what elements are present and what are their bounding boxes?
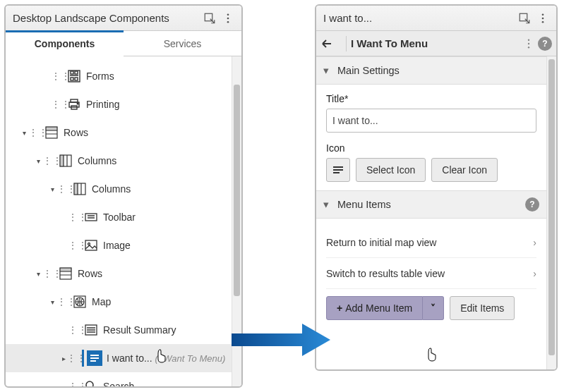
- add-menu-item-dropdown[interactable]: ˅: [423, 296, 444, 320]
- toolbar-icon: [83, 209, 99, 225]
- components-panel: Desktop Landscape Components Components …: [4, 4, 243, 388]
- tree-item-toolbar[interactable]: ⋮⋮ Toolbar: [6, 203, 232, 231]
- svg-rect-8: [75, 78, 78, 80]
- kebab-menu-icon[interactable]: [520, 35, 538, 53]
- tree-item-search[interactable]: ⋮⋮ Search: [6, 372, 232, 386]
- menu-lines-icon: [87, 350, 102, 366]
- chevron-down-icon: ▾: [323, 199, 337, 210]
- tab-services[interactable]: Services: [124, 31, 241, 56]
- printer-icon: [66, 97, 82, 112]
- svg-point-33: [528, 42, 529, 44]
- scrollbar[interactable]: [546, 56, 556, 369]
- svg-point-2: [227, 17, 229, 19]
- scrollbar[interactable]: [232, 56, 241, 386]
- svg-point-27: [86, 381, 93, 386]
- tree-item-columns-1[interactable]: ▾ ⋮⋮ Columns: [6, 147, 232, 175]
- select-icon-button[interactable]: Select Icon: [356, 158, 426, 182]
- scrollbar-thumb[interactable]: [234, 85, 240, 296]
- columns-icon: [72, 181, 88, 197]
- tree-item-map[interactable]: ▾ ⋮⋮ Map: [6, 288, 232, 316]
- tree-item-result-summary[interactable]: ⋮⋮ Result Summary: [6, 316, 232, 344]
- properties-content: ▾ Main Settings Title* Icon Select Icon …: [316, 56, 546, 369]
- chevron-down-icon: ▾: [323, 65, 337, 76]
- select-mode-icon[interactable]: [200, 9, 219, 27]
- section-menu-items[interactable]: ▾ Menu Items ?: [316, 190, 546, 219]
- svg-point-1: [227, 13, 229, 16]
- svg-point-3: [227, 20, 229, 23]
- clear-icon-button[interactable]: Clear Icon: [431, 158, 498, 182]
- select-mode-icon[interactable]: [515, 9, 534, 27]
- page-title: I Want To Menu: [351, 37, 520, 49]
- tree-item-forms[interactable]: ⋮⋮ Forms: [6, 62, 232, 90]
- tree-item-image[interactable]: ⋮⋮ Image: [6, 231, 232, 259]
- chevron-right-icon: ›: [533, 237, 536, 248]
- breadcrumb: I want to...: [323, 12, 515, 24]
- kebab-menu-icon[interactable]: [219, 9, 237, 27]
- rows-icon: [58, 266, 73, 281]
- plus-icon: +: [337, 302, 342, 314]
- svg-rect-5: [71, 71, 73, 74]
- svg-rect-18: [74, 183, 78, 195]
- component-tree: ⋮⋮ Forms ⋮⋮ Printing ▾ ⋮⋮ Rows ▾ ⋮⋮: [6, 56, 232, 386]
- menu-item-row[interactable]: Switch to results table view ›: [326, 258, 536, 289]
- list-icon: [83, 322, 99, 338]
- kebab-menu-icon[interactable]: [534, 9, 552, 27]
- tree-item-rows-1[interactable]: ▾ ⋮⋮ Rows: [6, 118, 232, 147]
- svg-rect-6: [75, 71, 78, 74]
- svg-rect-20: [85, 240, 97, 250]
- panel-titlebar: Desktop Landscape Components: [6, 6, 241, 31]
- properties-panel: I want to... I Want To Menu ? ▾ Main Set…: [315, 4, 558, 371]
- icon-label: Icon: [326, 142, 536, 154]
- columns-icon: [58, 153, 73, 169]
- svg-point-30: [542, 17, 544, 19]
- svg-rect-16: [60, 155, 64, 166]
- svg-point-31: [542, 20, 544, 23]
- globe-icon: [72, 294, 88, 310]
- svg-point-12: [77, 103, 78, 104]
- svg-rect-7: [71, 78, 73, 80]
- tree-item-rows-2[interactable]: ▾ ⋮⋮ Rows: [6, 259, 232, 288]
- back-button[interactable]: [320, 37, 342, 50]
- form-icon: [66, 68, 82, 84]
- current-icon-preview: [326, 158, 350, 182]
- svg-point-21: [88, 243, 90, 245]
- tab-components[interactable]: Components: [6, 31, 124, 56]
- help-icon[interactable]: ?: [538, 37, 552, 51]
- edit-items-button[interactable]: Edit Items: [450, 296, 515, 320]
- search-icon: [83, 379, 99, 386]
- section-main-settings[interactable]: ▾ Main Settings: [316, 56, 546, 85]
- image-icon: [83, 238, 99, 253]
- tabs: Components Services: [6, 31, 241, 56]
- rows-icon: [44, 125, 59, 140]
- svg-rect-23: [60, 268, 71, 271]
- tree-item-i-want-to[interactable]: ▸ ⋮⋮ I want to... (I Want To Menu): [6, 344, 232, 372]
- add-menu-item-button[interactable]: + Add Menu Item: [326, 296, 423, 320]
- svg-rect-19: [85, 214, 97, 221]
- add-menu-item-split-button: + Add Menu Item ˅: [326, 296, 444, 320]
- help-icon[interactable]: ?: [525, 197, 539, 212]
- tree-item-columns-2[interactable]: ▾ ⋮⋮ Columns: [6, 175, 232, 203]
- chevron-right-icon: ›: [533, 268, 536, 279]
- selection-indicator: [82, 350, 84, 367]
- menu-item-row[interactable]: Return to initial map view ›: [326, 227, 536, 258]
- svg-point-32: [528, 39, 529, 40]
- svg-rect-14: [46, 127, 57, 130]
- svg-point-29: [542, 13, 544, 16]
- panel-title: Desktop Landscape Components: [13, 12, 200, 24]
- title-input[interactable]: [326, 109, 536, 133]
- svg-point-34: [528, 47, 529, 48]
- scrollbar-thumb[interactable]: [548, 59, 555, 355]
- title-label: Title*: [326, 93, 536, 104]
- panel-titlebar: I want to...: [316, 6, 556, 31]
- subheader: I Want To Menu ?: [316, 31, 556, 56]
- tree-item-printing[interactable]: ⋮⋮ Printing: [6, 90, 232, 118]
